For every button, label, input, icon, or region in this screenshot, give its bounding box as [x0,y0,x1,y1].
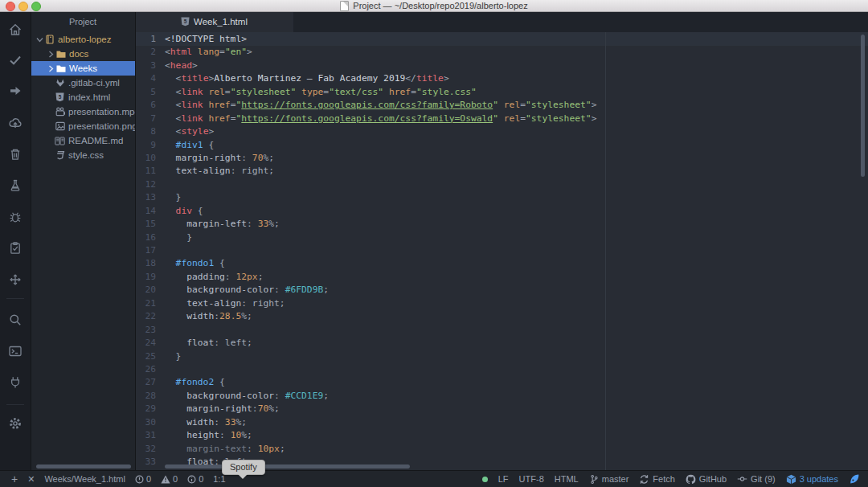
html5-icon: 5 [181,17,190,27]
video-icon [55,107,65,117]
line-number: 6 [135,99,165,112]
search-icon[interactable] [8,313,23,327]
line-number: 33 [135,456,165,469]
expand-arrows-icon[interactable] [8,272,23,287]
flask-icon[interactable] [8,178,23,193]
chevron-right-icon[interactable] [47,65,55,72]
code-text: <link href="https://fonts.googleapis.com… [165,113,596,125]
code-line-6: 6 <link href="https://fonts.googleapis.c… [135,99,596,112]
left-dock-toolbar [0,11,31,471]
code-line-4: 4 <title>Alberto Martinez — Fab Academy … [135,72,596,85]
tree-item-readme-md[interactable]: README.md [31,133,135,148]
active-file-path[interactable]: Weeks/Week_1.html [44,474,125,484]
chevron-down-icon[interactable] [35,37,44,43]
tree-item-index-html[interactable]: 5index.html [31,90,135,104]
code-line-31: 31 height: 10%; [135,429,596,442]
code-text: background-color: #6FDD9B; [165,284,329,297]
line-number: 8 [135,125,165,138]
home-icon[interactable] [8,23,23,37]
git-branch-indicator[interactable]: master [589,474,629,485]
line-number: 14 [135,205,165,218]
arrow-right-icon[interactable] [8,84,23,98]
code-text: margin-left: 33%; [165,218,280,231]
github-panel-button[interactable]: GitHub [686,474,727,485]
teletype-icon[interactable] [849,473,860,485]
tree-item-style-css[interactable]: style.css [31,148,135,162]
encoding-indicator[interactable]: UTF-8 [519,474,544,484]
line-number: 18 [135,257,165,270]
add-panel-button[interactable]: + [11,473,18,485]
svg-text:5: 5 [184,18,187,24]
code-line-2: 2<html lang="en"> [135,46,596,59]
git-changes-indicator[interactable]: Git (9) [737,474,776,484]
chevron-right-icon[interactable] [47,51,55,58]
code-text: width: 33%; [165,416,247,429]
error-circle-icon [135,475,144,484]
terminal-icon[interactable] [8,344,23,358]
tree-horizontal-scrollbar[interactable] [36,464,131,469]
bug-icon[interactable] [8,210,23,224]
code-line-9: 9 #div1 { [135,139,596,152]
image-icon [55,121,65,131]
tree-item--gitlab-ci-yml[interactable]: .gitlab-ci.yml [31,76,135,90]
folder-icon [55,64,66,73]
package-updates-button[interactable]: 3 updates [786,474,838,485]
code-line-14: 14 div { [135,205,596,218]
tree-item-alberto-lopez[interactable]: alberto-lopez [31,32,135,47]
code-line-25: 25 } [135,350,596,363]
plug-icon[interactable] [8,375,23,390]
close-panel-button[interactable]: ✕ [27,474,35,485]
tree-item-presentation-png[interactable]: presentation.png [31,119,135,133]
cursor-position[interactable]: 1:1 [213,474,225,484]
line-number: 3 [135,59,165,72]
tree-item-presentation-mp4[interactable]: presentation.mp4 [31,104,135,119]
linter-infos[interactable]: 0 [187,474,203,484]
gear-icon[interactable] [8,416,23,431]
trash-icon[interactable] [8,147,23,162]
tree-item-docs[interactable]: docs [31,47,135,61]
line-number: 23 [135,324,165,337]
code-text: } [165,191,181,204]
code-text: padding: 12px; [165,271,263,284]
code-text: <html lang="en"> [165,46,252,59]
line-number: 4 [135,72,165,85]
tree-item-label: alberto-lopez [58,35,111,44]
code-text: #div1 { [165,139,214,152]
editor-vertical-scrollbar[interactable] [861,35,865,177]
line-number: 30 [135,416,165,429]
line-number: 1 [135,33,165,46]
sync-icon [639,474,649,485]
line-number: 7 [135,113,165,125]
line-ending-indicator[interactable]: LF [498,474,509,484]
branch-icon [589,474,599,485]
code-line-7: 7 <link href="https://fonts.googleapis.c… [135,113,596,125]
linter-warnings[interactable]: 0 [161,474,178,484]
editor-horizontal-scrollbar[interactable] [165,464,410,469]
git-fetch-button[interactable]: Fetch [639,474,675,485]
code-line-18: 18 #fondo1 { [135,257,596,270]
code-text: div { [165,205,203,218]
warning-triangle-icon [161,475,170,484]
line-number: 32 [135,443,165,456]
line-number: 28 [135,390,165,403]
line-number: 27 [135,376,165,389]
code-line-1: 1<!DOCTYPE html> [135,33,596,46]
tab-week-1-html[interactable]: 5 Week_1.html [135,11,293,32]
code-editor[interactable]: 1<!DOCTYPE html>2<html lang="en">3<head>… [135,32,868,471]
code-line-27: 27 #fondo2 { [135,376,596,389]
folder-icon [55,50,66,59]
code-text: margin-right:70%; [165,403,280,415]
cloud-upload-icon[interactable] [8,116,23,130]
check-icon[interactable] [8,53,23,68]
grammar-indicator[interactable]: HTML [555,474,579,484]
linter-errors[interactable]: 0 [135,474,151,484]
commit-icon [737,474,747,484]
clipboard-check-icon[interactable] [8,241,23,256]
code-line-12: 12 [135,178,596,191]
tree-item-weeks[interactable]: Weeks [31,61,135,76]
line-number: 13 [135,191,165,204]
code-line-23: 23 [135,324,596,337]
dock-separator [6,298,24,299]
info-circle-icon [187,475,196,484]
line-number: 15 [135,218,165,231]
